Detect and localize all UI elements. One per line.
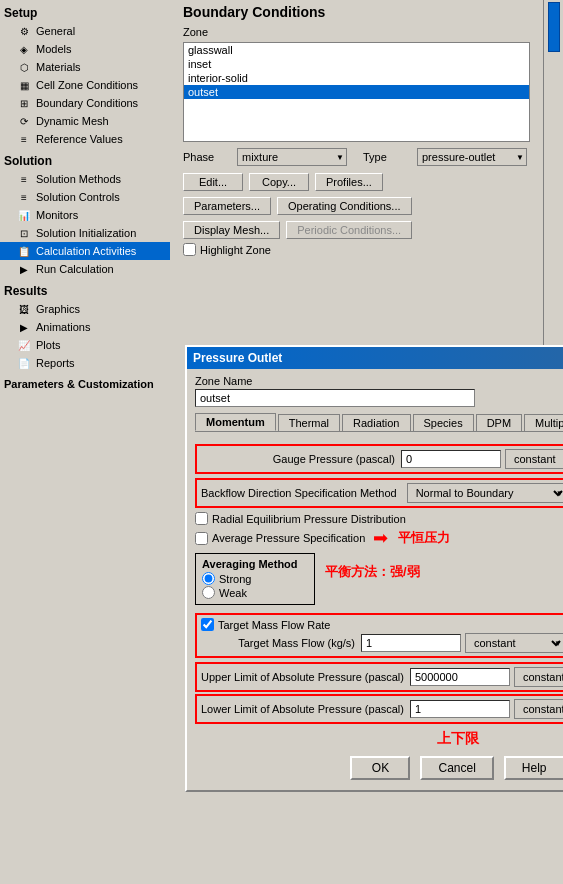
sidebar-item-graphics[interactable]: 🖼 Graphics bbox=[0, 300, 170, 318]
sidebar-item-calc-activities[interactable]: 📋 Calculation Activities bbox=[0, 242, 170, 260]
cancel-button[interactable]: Cancel bbox=[420, 756, 493, 780]
bc-panel: Boundary Conditions Zone glasswall inset… bbox=[175, 0, 538, 355]
target-mass-section: Target Mass Flow Rate Target Mass Flow (… bbox=[195, 613, 563, 658]
zone-item-outset[interactable]: outset bbox=[184, 85, 529, 99]
sidebar-item-dynamic-mesh[interactable]: ⟳ Dynamic Mesh bbox=[0, 112, 170, 130]
tab-momentum[interactable]: Momentum bbox=[195, 413, 276, 431]
strong-radio-row: Strong bbox=[202, 572, 308, 585]
zone-item-interior-solid[interactable]: interior-solid bbox=[184, 71, 529, 85]
ok-button[interactable]: OK bbox=[350, 756, 410, 780]
bc-panel-title: Boundary Conditions bbox=[175, 0, 538, 24]
upper-limit-box: Upper Limit of Absolute Pressure (pascal… bbox=[195, 662, 563, 692]
target-mass-flow-label: Target Mass Flow (kg/s) bbox=[201, 637, 361, 649]
profiles-button[interactable]: Profiles... bbox=[315, 173, 383, 191]
scroll-thumb[interactable] bbox=[548, 2, 560, 52]
upper-limit-input[interactable] bbox=[410, 668, 510, 686]
radial-checkbox[interactable] bbox=[195, 512, 208, 525]
sidebar-item-materials[interactable]: ⬡ Materials bbox=[0, 58, 170, 76]
tab-radiation[interactable]: Radiation bbox=[342, 414, 410, 431]
backflow-dropdown-wrapper[interactable]: Normal to Boundary bbox=[407, 483, 563, 503]
target-mass-checkbox[interactable] bbox=[201, 618, 214, 631]
parameters-button[interactable]: Parameters... bbox=[183, 197, 271, 215]
gauge-pressure-input[interactable] bbox=[401, 450, 501, 468]
zone-list[interactable]: glasswall inset interior-solid outset bbox=[183, 42, 530, 142]
avg-pressure-checkbox[interactable] bbox=[195, 532, 208, 545]
target-mass-flow-input[interactable] bbox=[361, 634, 461, 652]
solution-section-title: Solution bbox=[0, 152, 170, 170]
tab-thermal[interactable]: Thermal bbox=[278, 414, 340, 431]
materials-icon: ⬡ bbox=[16, 59, 32, 75]
main-area: Boundary Conditions Zone glasswall inset… bbox=[170, 0, 563, 884]
dialog-title: Pressure Outlet bbox=[193, 351, 282, 365]
annotation-pingheng: 平衡方法：强/弱 bbox=[325, 563, 420, 581]
operating-button[interactable]: Operating Conditions... bbox=[277, 197, 412, 215]
backflow-row: Backflow Direction Specification Method … bbox=[195, 478, 563, 508]
zone-name-section: Zone Name bbox=[195, 375, 563, 407]
annotation-pinghengyali: 平恒压力 bbox=[398, 529, 450, 547]
sidebar-item-general[interactable]: ⚙ General bbox=[0, 22, 170, 40]
scrollbar-area[interactable] bbox=[543, 0, 563, 355]
highlight-checkbox[interactable] bbox=[183, 243, 196, 256]
run-icon: ▶ bbox=[16, 261, 32, 277]
upper-limit-dropdown-wrapper[interactable]: constant bbox=[514, 667, 563, 687]
target-mass-box: Target Mass Flow Rate Target Mass Flow (… bbox=[195, 613, 563, 658]
tabs-bar: Momentum Thermal Radiation Species DPM M… bbox=[195, 413, 563, 432]
cell-zone-icon: ▦ bbox=[16, 77, 32, 93]
sidebar-item-plots[interactable]: 📈 Plots bbox=[0, 336, 170, 354]
initialization-icon: ⊡ bbox=[16, 225, 32, 241]
gauge-pressure-dropdown-wrapper[interactable]: constant bbox=[505, 449, 563, 469]
display-mesh-button[interactable]: Display Mesh... bbox=[183, 221, 280, 239]
phase-dropdown-wrapper[interactable]: mixture bbox=[237, 148, 347, 166]
upper-limit-label: Upper Limit of Absolute Pressure (pascal… bbox=[201, 671, 410, 683]
target-mass-label: Target Mass Flow Rate bbox=[218, 619, 330, 631]
pressure-outlet-dialog: Pressure Outlet ✕ Zone Name Momentum The… bbox=[185, 345, 563, 792]
help-button[interactable]: Help bbox=[504, 756, 563, 780]
sidebar-item-models[interactable]: ◈ Models bbox=[0, 40, 170, 58]
lower-limit-input[interactable] bbox=[410, 700, 510, 718]
weak-radio[interactable] bbox=[202, 586, 215, 599]
sidebar-item-animations[interactable]: ▶ Animations bbox=[0, 318, 170, 336]
sidebar-item-cell-zone[interactable]: ▦ Cell Zone Conditions bbox=[0, 76, 170, 94]
strong-radio[interactable] bbox=[202, 572, 215, 585]
sidebar-item-monitors[interactable]: 📊 Monitors bbox=[0, 206, 170, 224]
avg-pressure-checkbox-row: Average Pressure Specification bbox=[195, 532, 365, 545]
target-mass-flow-row: Target Mass Flow (kg/s) constant bbox=[201, 633, 563, 653]
sidebar-item-controls[interactable]: ≡ Solution Controls bbox=[0, 188, 170, 206]
copy-button[interactable]: Copy... bbox=[249, 173, 309, 191]
zone-item-inset[interactable]: inset bbox=[184, 57, 529, 71]
lower-limit-dropdown[interactable]: constant bbox=[514, 699, 563, 719]
sidebar-item-methods[interactable]: ≡ Solution Methods bbox=[0, 170, 170, 188]
phase-dropdown[interactable]: mixture bbox=[237, 148, 347, 166]
zone-item-glasswall[interactable]: glasswall bbox=[184, 43, 529, 57]
sidebar-item-initialization[interactable]: ⊡ Solution Initialization bbox=[0, 224, 170, 242]
sidebar-item-reference[interactable]: ≡ Reference Values bbox=[0, 130, 170, 148]
backflow-dropdown[interactable]: Normal to Boundary bbox=[407, 483, 563, 503]
plots-icon: 📈 bbox=[16, 337, 32, 353]
lower-limit-dropdown-wrapper[interactable]: constant bbox=[514, 699, 563, 719]
type-dropdown[interactable]: pressure-outlet bbox=[417, 148, 527, 166]
periodic-button[interactable]: Periodic Conditions... bbox=[286, 221, 412, 239]
arrow-icon: ➡ bbox=[373, 527, 388, 549]
upper-limit-dropdown[interactable]: constant bbox=[514, 667, 563, 687]
sidebar-item-run-calc[interactable]: ▶ Run Calculation bbox=[0, 260, 170, 278]
tab-dpm[interactable]: DPM bbox=[476, 414, 522, 431]
edit-button[interactable]: Edit... bbox=[183, 173, 243, 191]
target-mass-dropdown[interactable]: constant bbox=[465, 633, 563, 653]
type-dropdown-wrapper[interactable]: pressure-outlet bbox=[417, 148, 527, 166]
annotation-shangxiaxian: 上下限 bbox=[195, 728, 563, 750]
tab-multiphase[interactable]: Multiphase bbox=[524, 414, 563, 431]
reference-icon: ≡ bbox=[16, 131, 32, 147]
weak-radio-row: Weak bbox=[202, 586, 308, 599]
tab-species[interactable]: Species bbox=[413, 414, 474, 431]
sidebar-item-boundary[interactable]: ⊞ Boundary Conditions bbox=[0, 94, 170, 112]
sidebar-item-reports[interactable]: 📄 Reports bbox=[0, 354, 170, 372]
gauge-pressure-dropdown[interactable]: constant bbox=[505, 449, 563, 469]
zone-name-input[interactable] bbox=[195, 389, 475, 407]
type-label: Type bbox=[363, 151, 413, 163]
highlight-label: Highlight Zone bbox=[200, 244, 271, 256]
lower-limit-box: Lower Limit of Absolute Pressure (pascal… bbox=[195, 694, 563, 724]
lower-limit-label: Lower Limit of Absolute Pressure (pascal… bbox=[201, 703, 410, 715]
target-mass-dropdown-wrapper[interactable]: constant bbox=[465, 633, 563, 653]
dialog-titlebar: Pressure Outlet ✕ bbox=[187, 347, 563, 369]
averaging-method-section: Averaging Method Strong Weak 平衡方法：强/弱 bbox=[195, 553, 563, 609]
